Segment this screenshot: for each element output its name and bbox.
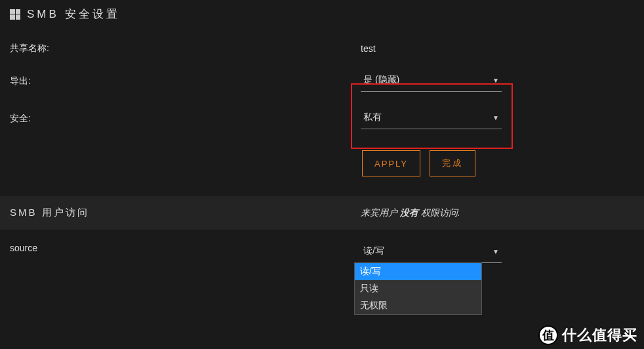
source-option-readwrite[interactable]: 读/写	[355, 263, 481, 280]
settings-section: 共享名称: test 导出: 是 (隐藏) ▼ 安全: 私有 ▼	[0, 35, 644, 137]
export-select[interactable]: 是 (隐藏) ▼	[361, 70, 502, 92]
source-selected-text: 读/写	[363, 245, 384, 257]
security-select[interactable]: 私有 ▼	[361, 108, 502, 129]
caret-down-icon: ▼	[493, 114, 499, 121]
export-row: 导出: 是 (隐藏) ▼	[10, 62, 634, 100]
export-selected-text: 是 (隐藏)	[363, 74, 399, 86]
source-select[interactable]: 读/写 ▼ 读/写 只读 无权限	[361, 243, 502, 263]
user-access-band: SMB 用户访问 来宾用户 没有 权限访问.	[0, 196, 644, 230]
done-button[interactable]: 完成	[430, 150, 475, 176]
security-selected-text: 私有	[363, 112, 382, 123]
source-row: source 读/写 ▼ 读/写 只读 无权限	[0, 230, 644, 271]
export-label: 导出:	[10, 75, 361, 87]
header-bar: SMB 安全设置	[0, 0, 644, 35]
security-label: 安全:	[10, 113, 361, 125]
share-name-row: 共享名称: test	[10, 35, 634, 62]
watermark-text: 什么值得买	[562, 325, 637, 345]
source-dropdown-list: 读/写 只读 无权限	[354, 262, 482, 315]
source-option-noaccess[interactable]: 无权限	[355, 297, 481, 314]
security-row: 安全: 私有 ▼	[10, 100, 634, 137]
source-option-readonly[interactable]: 只读	[355, 280, 481, 297]
caret-down-icon: ▼	[493, 77, 499, 84]
page-title: SMB 安全设置	[27, 7, 120, 22]
caret-down-icon: ▼	[493, 248, 499, 255]
windows-icon	[10, 9, 20, 20]
watermark-badge: 值	[538, 325, 558, 345]
apply-button[interactable]: APPLY	[362, 150, 420, 176]
share-name-label: 共享名称:	[10, 43, 361, 54]
user-access-note: 来宾用户 没有 权限访问.	[361, 207, 460, 219]
user-access-title: SMB 用户访问	[10, 207, 361, 219]
button-row: APPLY 完成	[362, 137, 644, 196]
watermark: 值 什么值得买	[538, 325, 637, 345]
source-label: source	[10, 243, 361, 253]
share-name-value: test	[361, 43, 634, 54]
source-selected[interactable]: 读/写 ▼	[361, 243, 502, 263]
